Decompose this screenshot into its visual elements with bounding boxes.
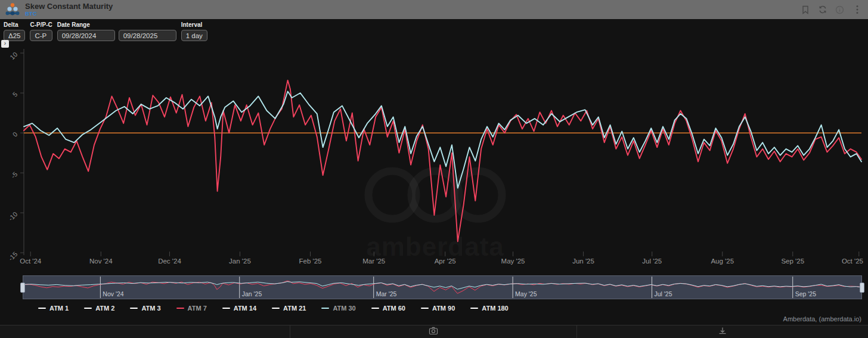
navigator-tick-label: Jul '25 (655, 290, 672, 297)
navigator-series-atm-30 (23, 282, 861, 290)
x-axis-tick-label: Jun '25 (572, 258, 594, 265)
y-axis-tick-label: -5 (10, 170, 18, 179)
bottom-toolbar (0, 325, 868, 338)
legend-item-atm-3[interactable]: ATM 3 (130, 305, 160, 312)
x-axis-tick-label: Aug '25 (711, 258, 734, 265)
cp-pc-label: C-P/P-C (30, 21, 52, 28)
y-axis-tick-label: -10 (7, 210, 19, 222)
x-axis-tick-label: Sep '25 (781, 258, 804, 265)
date-end-input[interactable] (119, 30, 176, 41)
navigator-tick-label: Nov '24 (103, 290, 123, 297)
y-axis-tick-label: 10 (8, 51, 18, 61)
navigator-left-handle[interactable] (20, 283, 25, 293)
date-range-label: Date Range (57, 21, 176, 28)
navigator-chart: Nov '24Jan '25Mar '25May '25Jul '25Sep '… (23, 276, 861, 299)
x-axis-tick-label: Jul '25 (642, 258, 662, 265)
main-chart[interactable]: 1050-5-10-15Oct '24Nov '24Dec '24Jan '25… (0, 42, 868, 274)
legend-dash-icon (470, 308, 478, 309)
legend-label: ATM 14 (234, 305, 256, 312)
x-axis-tick-label: Oct '24 (20, 258, 42, 265)
asset-label: BTC (25, 11, 113, 17)
bookmark-icon[interactable] (800, 5, 810, 15)
delta-label: Delta (4, 21, 25, 28)
download-button[interactable] (577, 325, 868, 338)
page-title: Skew Constant Maturity (25, 2, 113, 11)
x-axis-tick-label: Oct '25 (842, 258, 863, 265)
legend-item-atm-2[interactable]: ATM 2 (84, 305, 114, 312)
navigator-tick-label: Sep '25 (795, 290, 816, 297)
legend-dash-icon (421, 308, 429, 309)
series-line-atm-7 (24, 80, 861, 242)
legend-label: ATM 7 (188, 305, 207, 312)
refresh-icon[interactable] (817, 5, 827, 15)
legend-dash-icon (84, 308, 92, 309)
x-axis-tick-label: Nov '24 (89, 258, 113, 265)
y-axis-tick-label: 0 (11, 131, 19, 138)
attribution-text: Amberdata, (amberdata.io) (783, 315, 861, 323)
legend-item-atm-60[interactable]: ATM 60 (371, 305, 405, 312)
camera-icon (429, 327, 438, 337)
navigator-tick-label: May '25 (515, 290, 537, 297)
legend-dash-icon (371, 308, 379, 309)
legend-item-atm-14[interactable]: ATM 14 (222, 305, 256, 312)
legend-item-atm-21[interactable]: ATM 21 (272, 305, 306, 312)
legend-dash-icon (130, 308, 138, 309)
legend-dash-icon (38, 308, 46, 309)
kebab-menu-icon[interactable] (852, 5, 862, 15)
navigator-series-atm-7 (23, 281, 861, 293)
legend-label: ATM 60 (383, 305, 405, 312)
x-axis-tick-label: Dec '24 (158, 258, 181, 265)
legend-label: ATM 30 (333, 305, 355, 312)
legend-dash-icon (176, 308, 184, 309)
date-start-input[interactable] (57, 30, 115, 41)
navigator-right-handle[interactable] (860, 283, 864, 293)
legend-item-atm-90[interactable]: ATM 90 (421, 305, 455, 312)
legend-label: ATM 2 (95, 305, 114, 312)
legend-dash-icon (272, 308, 280, 309)
legend-label: ATM 21 (283, 305, 306, 312)
interval-label: Interval (181, 21, 207, 28)
download-icon (718, 327, 727, 337)
interval-select[interactable]: 1 day (181, 30, 207, 41)
cp-pc-select[interactable]: C-P (30, 30, 52, 41)
x-axis-tick-label: Apr '25 (435, 258, 456, 265)
navigator-tick-label: Jan '25 (242, 290, 262, 297)
legend-dash-icon (222, 308, 230, 309)
x-axis-tick-label: Jan '25 (229, 258, 251, 265)
legend-label: ATM 90 (432, 305, 455, 312)
header-bar: Skew Constant Maturity BTC (0, 0, 868, 19)
navigator-tick-label: Mar '25 (376, 290, 397, 297)
amberdata-logo-icon (4, 2, 21, 17)
x-axis-tick-label: May '25 (501, 258, 525, 265)
screenshot-button[interactable] (290, 325, 577, 338)
legend-dash-icon (321, 308, 329, 309)
range-navigator[interactable]: Nov '24Jan '25Mar '25May '25Jul '25Sep '… (23, 275, 862, 299)
y-axis-tick-label: -15 (7, 250, 19, 262)
info-icon[interactable] (835, 5, 845, 15)
legend-item-atm-30[interactable]: ATM 30 (321, 305, 355, 312)
legend-label: ATM 180 (482, 305, 508, 312)
skew-constant-maturity-app: Skew Constant Maturity BTC Delta (0, 0, 868, 338)
series-legend: ATM 1ATM 2ATM 3ATM 7ATM 14ATM 21ATM 30AT… (38, 305, 509, 312)
legend-item-atm-7[interactable]: ATM 7 (176, 305, 207, 312)
chart-controls: Delta Δ25 C-P/P-C C-P Date Range Interva… (4, 21, 207, 41)
toolbar-cell-empty[interactable] (0, 325, 290, 338)
legend-label: ATM 1 (49, 305, 69, 312)
x-axis-tick-label: Feb '25 (299, 258, 322, 265)
legend-item-atm-180[interactable]: ATM 180 (470, 305, 508, 312)
y-axis-tick-label: 5 (11, 91, 19, 98)
x-axis-tick-label: Mar '25 (362, 258, 385, 265)
legend-item-atm-1[interactable]: ATM 1 (38, 305, 69, 312)
legend-label: ATM 3 (141, 305, 160, 312)
